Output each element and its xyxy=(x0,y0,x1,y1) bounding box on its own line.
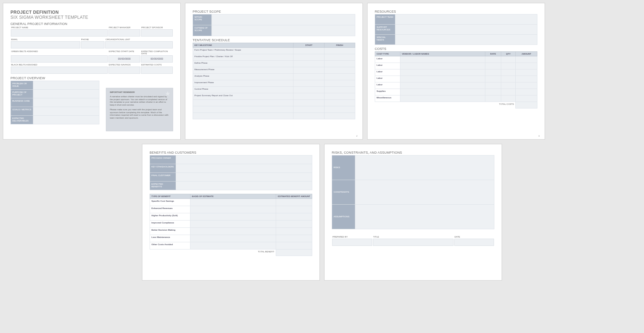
basis-cell[interactable] xyxy=(190,228,276,235)
basis-cell[interactable] xyxy=(190,221,276,228)
qty-cell[interactable] xyxy=(501,69,516,76)
input-business-case[interactable] xyxy=(33,98,99,107)
finish-cell[interactable] xyxy=(324,80,355,87)
basis-cell[interactable] xyxy=(190,206,276,213)
start-cell[interactable] xyxy=(293,113,324,119)
finish-cell[interactable] xyxy=(324,54,355,61)
input-expected-savings[interactable] xyxy=(108,67,140,74)
input-project-team[interactable] xyxy=(395,14,537,25)
amount-cell[interactable] xyxy=(516,69,537,76)
rate-cell[interactable] xyxy=(485,69,501,76)
input-special-needs[interactable] xyxy=(395,35,537,45)
input-support-resources[interactable] xyxy=(395,25,537,35)
finish-cell[interactable] xyxy=(324,48,355,54)
input-constraints[interactable] xyxy=(355,180,494,205)
rate-cell[interactable] xyxy=(485,76,501,82)
vendor-cell[interactable] xyxy=(400,69,485,76)
amount-cell[interactable] xyxy=(516,89,537,95)
input-process-owner[interactable] xyxy=(176,155,312,164)
input-expected-benefits[interactable] xyxy=(176,182,312,190)
input-title[interactable] xyxy=(373,239,454,246)
amount-cell[interactable] xyxy=(516,56,537,63)
input-email[interactable] xyxy=(11,41,80,48)
qty-cell[interactable] xyxy=(501,82,516,89)
start-cell[interactable] xyxy=(293,54,324,61)
finish-cell[interactable] xyxy=(324,100,355,106)
input-project-name[interactable] xyxy=(11,29,108,37)
input-total-benefit[interactable] xyxy=(276,249,312,256)
input-completion-date[interactable]: 00/00/0000 xyxy=(141,55,173,63)
input-assumptions[interactable] xyxy=(355,205,494,229)
input-date[interactable] xyxy=(454,239,494,246)
benefit-amount-cell[interactable] xyxy=(276,199,312,206)
milestone-cell[interactable] xyxy=(193,113,293,119)
input-org-unit[interactable] xyxy=(105,41,173,48)
start-cell[interactable] xyxy=(293,87,324,93)
vendor-cell[interactable] xyxy=(400,82,485,89)
input-prepared-by[interactable] xyxy=(332,239,372,246)
start-cell[interactable] xyxy=(293,100,324,106)
qty-cell[interactable] xyxy=(501,56,516,63)
input-estimated-costs[interactable] xyxy=(141,67,173,74)
input-project-manager[interactable] xyxy=(108,29,140,37)
rate-cell[interactable] xyxy=(485,63,501,69)
start-cell[interactable] xyxy=(293,80,324,87)
milestone-cell[interactable]: Improvement Phase xyxy=(193,80,293,87)
input-risks[interactable] xyxy=(355,155,494,180)
input-green-belts[interactable] xyxy=(11,55,108,63)
amount-cell[interactable] xyxy=(516,82,537,89)
start-cell[interactable] xyxy=(293,74,324,80)
amount-cell[interactable] xyxy=(516,95,537,102)
finish-cell[interactable] xyxy=(324,61,355,67)
benefit-amount-cell[interactable] xyxy=(276,235,312,242)
input-phone[interactable] xyxy=(81,41,105,48)
benefit-amount-cell[interactable] xyxy=(276,228,312,235)
vendor-cell[interactable] xyxy=(400,63,485,69)
qty-cell[interactable] xyxy=(501,63,516,69)
finish-cell[interactable] xyxy=(324,106,355,113)
rate-cell[interactable] xyxy=(485,95,501,102)
qty-cell[interactable] xyxy=(501,76,516,82)
vendor-cell[interactable] xyxy=(400,89,485,95)
finish-cell[interactable] xyxy=(324,67,355,74)
input-total-costs[interactable] xyxy=(516,102,537,108)
input-within-scope[interactable] xyxy=(212,14,355,25)
input-final-customer[interactable] xyxy=(176,173,312,182)
input-purpose[interactable] xyxy=(33,90,99,98)
input-goals[interactable] xyxy=(33,107,99,116)
rate-cell[interactable] xyxy=(485,89,501,95)
amount-cell[interactable] xyxy=(516,76,537,82)
rate-cell[interactable] xyxy=(485,56,501,63)
basis-cell[interactable] xyxy=(190,199,276,206)
basis-cell[interactable] xyxy=(190,242,276,249)
finish-cell[interactable] xyxy=(324,113,355,119)
vendor-cell[interactable] xyxy=(400,76,485,82)
benefit-amount-cell[interactable] xyxy=(276,242,312,249)
start-cell[interactable] xyxy=(293,93,324,100)
finish-cell[interactable] xyxy=(324,87,355,93)
start-cell[interactable] xyxy=(293,61,324,67)
finish-cell[interactable] xyxy=(324,74,355,80)
start-cell[interactable] xyxy=(293,67,324,74)
input-deliverables[interactable] xyxy=(33,116,99,124)
input-project-sponsor[interactable] xyxy=(141,29,173,37)
vendor-cell[interactable] xyxy=(400,56,485,63)
basis-cell[interactable] xyxy=(190,235,276,242)
finish-cell[interactable] xyxy=(324,93,355,100)
benefit-amount-cell[interactable] xyxy=(276,221,312,228)
benefit-amount-cell[interactable] xyxy=(276,206,312,213)
milestone-cell[interactable]: Form Project Team / Preliminary Review /… xyxy=(193,48,293,54)
basis-cell[interactable] xyxy=(190,213,276,221)
milestone-cell[interactable] xyxy=(193,106,293,113)
vendor-cell[interactable] xyxy=(400,95,485,102)
milestone-cell[interactable]: Control Phase xyxy=(193,87,293,93)
input-start-date[interactable]: 00/00/0000 xyxy=(108,55,140,63)
milestone-cell[interactable]: Project Summary Report and Close Out xyxy=(193,93,293,100)
input-problem[interactable] xyxy=(33,81,99,90)
qty-cell[interactable] xyxy=(501,95,516,102)
milestone-cell[interactable] xyxy=(193,100,293,106)
input-outside-scope[interactable] xyxy=(212,25,355,36)
milestone-cell[interactable]: Finalize Project Plan / Charter / Kick O… xyxy=(193,54,293,61)
input-key-stakeholders[interactable] xyxy=(176,164,312,173)
milestone-cell[interactable]: Analysis Phase xyxy=(193,74,293,80)
